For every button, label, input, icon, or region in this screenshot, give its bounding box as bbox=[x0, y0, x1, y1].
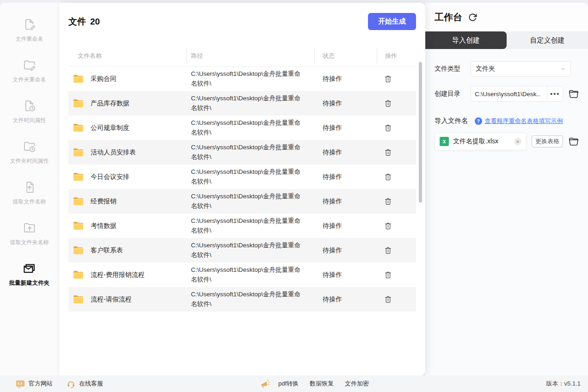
folder-icon bbox=[73, 246, 84, 255]
action-cell bbox=[377, 148, 416, 157]
tab-custom-create[interactable]: 自定义创建 bbox=[507, 31, 588, 49]
help-icon[interactable]: ? bbox=[475, 117, 482, 125]
path-cell: C:\Users\yssoft1\Desktop\金舟批量重命名软件\ bbox=[186, 192, 314, 211]
website-icon bbox=[16, 380, 25, 388]
file-name: 采购合同 bbox=[91, 75, 116, 83]
path-cell: C:\Users\yssoft1\Desktop\金舟批量重命名软件\ bbox=[186, 69, 314, 88]
remove-file-icon[interactable]: ✕ bbox=[514, 138, 521, 145]
file-name-cell: 流程-请假流程 bbox=[68, 295, 186, 304]
workbench-panel: 工作台 导入创建自定义创建 文件类型 文件夹 创建目 bbox=[425, 3, 588, 375]
file-name: 活动人员安排表 bbox=[91, 148, 136, 157]
sidebar: 文件重命名文件夹重命名文件时间属性文件夹时间属性提取文件名称提取文件夹名称批量新… bbox=[0, 3, 59, 375]
action-cell bbox=[377, 99, 416, 108]
page-title-text: 文件 bbox=[68, 16, 86, 28]
file-type-row: 文件类型 文件夹 bbox=[435, 61, 579, 77]
path-cell: C:\Users\yssoft1\Desktop\金舟批量重命名软件\ bbox=[186, 167, 314, 186]
start-generate-button[interactable]: 开始生成 bbox=[368, 13, 416, 30]
version-label: 版本：v5.1.1 bbox=[546, 380, 581, 388]
path-cell: C:\Users\yssoft1\Desktop\金舟批量重命名软件\ bbox=[186, 143, 314, 162]
footer-promos: pdf转换数据恢复文件加密 bbox=[260, 379, 369, 388]
file-count: 20 bbox=[90, 17, 100, 27]
create-dir-input-group: C:\Users\yssoft1\Desk.. ●●● bbox=[471, 86, 563, 102]
delete-icon[interactable] bbox=[384, 148, 392, 157]
delete-icon[interactable] bbox=[384, 172, 392, 182]
promo-link[interactable]: 数据恢复 bbox=[310, 380, 334, 388]
excel-icon: x bbox=[440, 137, 449, 146]
folder-extract-icon bbox=[23, 221, 36, 234]
action-cell bbox=[377, 246, 416, 255]
file-rename-icon bbox=[23, 18, 36, 31]
chevron-down-icon bbox=[560, 66, 566, 72]
browse-folder-icon[interactable] bbox=[569, 89, 579, 98]
file-name-cell: 活动人员安排表 bbox=[68, 148, 186, 157]
folder-icon bbox=[73, 148, 84, 157]
table-row: 活动人员安排表C:\Users\yssoft1\Desktop\金舟批量重命名软… bbox=[68, 140, 416, 165]
sidebar-item-label: 文件夹重命名 bbox=[13, 76, 46, 84]
action-cell bbox=[377, 295, 416, 304]
folder-icon bbox=[73, 270, 84, 279]
create-dir-input[interactable]: C:\Users\yssoft1\Desk.. bbox=[471, 91, 547, 98]
file-extract-icon bbox=[23, 181, 36, 194]
sidebar-item-file-time[interactable]: 文件时间属性 bbox=[0, 92, 59, 132]
table-body: 采购合同C:\Users\yssoft1\Desktop\金舟批量重命名软件\待… bbox=[68, 67, 416, 312]
delete-icon[interactable] bbox=[384, 99, 392, 108]
more-options-button[interactable]: ●●● bbox=[547, 86, 563, 101]
official-site-link[interactable]: 官方网站 bbox=[16, 380, 53, 388]
sidebar-item-folder-rename[interactable]: 文件夹重命名 bbox=[0, 51, 59, 92]
create-dir-label: 创建目录 bbox=[435, 90, 471, 98]
sidebar-item-label: 文件重命名 bbox=[16, 35, 43, 43]
promo-link[interactable]: pdf转换 bbox=[278, 380, 299, 388]
sidebar-item-label: 批量新建文件夹 bbox=[9, 279, 50, 287]
footer-left: 官方网站 在线客服 bbox=[16, 380, 103, 388]
sidebar-item-folder-time[interactable]: 文件夹时间属性 bbox=[0, 132, 59, 173]
action-cell bbox=[377, 197, 416, 206]
delete-icon[interactable] bbox=[384, 270, 392, 280]
sidebar-item-extract-file-name[interactable]: 提取文件名称 bbox=[0, 173, 59, 214]
tab-import-create[interactable]: 导入创建 bbox=[425, 31, 507, 49]
delete-icon[interactable] bbox=[384, 295, 392, 304]
delete-icon[interactable] bbox=[384, 246, 392, 255]
delete-icon[interactable] bbox=[384, 74, 392, 84]
file-name: 今日会议安排 bbox=[91, 173, 129, 181]
import-names-label: 导入文件名 bbox=[435, 116, 468, 125]
sidebar-item-label: 提取文件夹名称 bbox=[10, 239, 49, 246]
promo-link[interactable]: 文件加密 bbox=[345, 380, 369, 388]
footer-bar: 官方网站 在线客服 pdf转换数据恢复文件加密 版本：v5.1.1 bbox=[0, 375, 588, 392]
sidebar-item-extract-folder-name[interactable]: 提取文件夹名称 bbox=[0, 214, 59, 254]
sidebar-item-file-rename[interactable]: 文件重命名 bbox=[0, 10, 59, 51]
file-name-cell: 客户联系表 bbox=[68, 246, 186, 255]
table-row: 流程-请假流程C:\Users\yssoft1\Desktop\金舟批量重命名软… bbox=[68, 287, 416, 312]
sidebar-item-label: 文件时间属性 bbox=[13, 116, 46, 124]
file-name: 流程-请假流程 bbox=[91, 295, 132, 304]
table-scrollbar[interactable] bbox=[419, 62, 422, 202]
change-table-button[interactable]: 更换表格 bbox=[532, 135, 563, 147]
online-service-link[interactable]: 在线客服 bbox=[67, 380, 103, 388]
batch-new-folder-icon bbox=[23, 262, 37, 275]
delete-icon[interactable] bbox=[384, 221, 392, 231]
file-type-select[interactable]: 文件夹 bbox=[471, 61, 571, 77]
sidebar-item-batch-new-folder[interactable]: 批量新建文件夹 bbox=[0, 254, 59, 295]
workbench-title: 工作台 bbox=[435, 11, 462, 24]
path-cell: C:\Users\yssoft1\Desktop\金舟批量重命名软件\ bbox=[186, 118, 314, 137]
file-name: 客户联系表 bbox=[91, 246, 123, 255]
status-cell: 待操作 bbox=[314, 173, 377, 181]
action-cell bbox=[377, 221, 416, 231]
imported-file-chip: x 文件名提取.xlsx ✕ bbox=[435, 133, 527, 150]
action-cell bbox=[377, 74, 416, 84]
example-link[interactable]: 查看顺序重命名表格填写示例 bbox=[485, 117, 563, 125]
header-file-name: 文件名称 bbox=[68, 45, 186, 66]
browse-table-folder-icon[interactable] bbox=[569, 137, 579, 146]
path-cell: C:\Users\yssoft1\Desktop\金舟批量重命名软件\ bbox=[186, 265, 314, 284]
folder-icon bbox=[73, 197, 84, 206]
main-header: 文件 20 开始生成 bbox=[68, 3, 416, 30]
header-action: 操作 bbox=[377, 45, 416, 66]
import-names-row: 导入文件名 ? 查看顺序重命名表格填写示例 bbox=[435, 116, 579, 125]
refresh-icon[interactable] bbox=[468, 13, 477, 22]
folder-icon bbox=[73, 74, 84, 83]
path-cell: C:\Users\yssoft1\Desktop\金舟批量重命名软件\ bbox=[186, 290, 314, 309]
status-cell: 待操作 bbox=[314, 148, 377, 157]
delete-icon[interactable] bbox=[384, 123, 392, 133]
delete-icon[interactable] bbox=[384, 197, 392, 206]
sidebar-item-label: 文件夹时间属性 bbox=[10, 157, 49, 165]
status-cell: 待操作 bbox=[314, 197, 377, 206]
